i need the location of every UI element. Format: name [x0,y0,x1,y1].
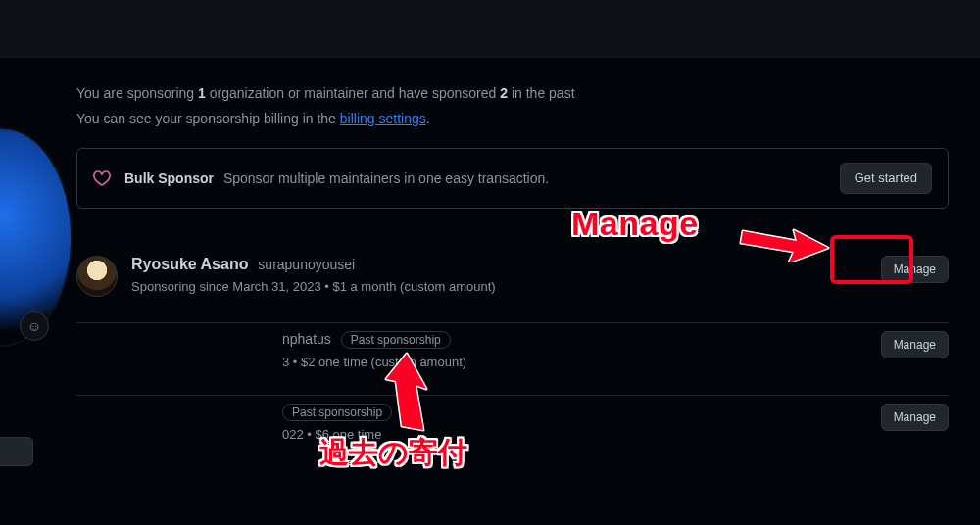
manage-button[interactable]: Manage [881,331,949,358]
past-sponsorship-pill: Past sponsorship [282,404,392,421]
sponsor-name-fragment: nphatus [282,331,331,347]
billing-line: You can see your sponsorship billing in … [76,111,949,126]
sponsorship-row: Ryosuke Asano surapunoyousei Sponsoring … [76,248,949,323]
status-emoji-button[interactable]: ☺ [20,311,49,341]
collapsed-side-tab[interactable] [0,437,33,466]
avatar[interactable] [76,256,118,297]
heart-icon [93,169,111,187]
intro-line: You are sponsoring 1 organization or mai… [76,85,949,101]
bulk-sponsor-text: Bulk Sponsor Sponsor multiple maintainer… [124,170,826,186]
sponsor-meta: Sponsoring since March 31, 2023 • $1 a m… [131,279,867,294]
sponsor-meta: 022 • $6 one time [282,427,867,442]
intro-past-count: 2 [500,85,508,101]
bulk-sponsor-title: Bulk Sponsor [124,170,214,186]
intro-mid: organization or maintainer and have spon… [206,85,500,101]
sponsor-name[interactable]: Ryosuke Asano [131,256,248,272]
intro-suffix: in the past [508,85,575,101]
bulk-sponsor-desc: Sponsor multiple maintainers in one easy… [223,170,549,186]
sponsorships-page: You are sponsoring 1 organization or mai… [0,58,980,467]
bulk-sponsor-get-started-button[interactable]: Get started [840,163,932,194]
billing-settings-link[interactable]: billing settings [340,111,426,126]
manage-button[interactable]: Manage [881,256,949,283]
intro-prefix: You are sponsoring [76,85,198,101]
sponsorship-row: Past sponsorship 022 • $6 one time Manag… [76,396,949,467]
billing-suffix: . [426,111,430,126]
sponsor-handle[interactable]: surapunoyousei [258,257,355,272]
intro-current-count: 1 [198,85,206,101]
bulk-sponsor-card: Bulk Sponsor Sponsor multiple maintainer… [76,148,949,209]
top-bar [0,0,980,58]
billing-prefix: You can see your sponsorship billing in … [76,111,340,126]
sponsor-meta: 3 • $2 one time (custom amount) [282,355,867,369]
past-sponsorship-pill: Past sponsorship [341,331,451,349]
manage-button[interactable]: Manage [881,404,949,431]
sponsorship-row: nphatus Past sponsorship 3 • $2 one time… [76,323,949,396]
